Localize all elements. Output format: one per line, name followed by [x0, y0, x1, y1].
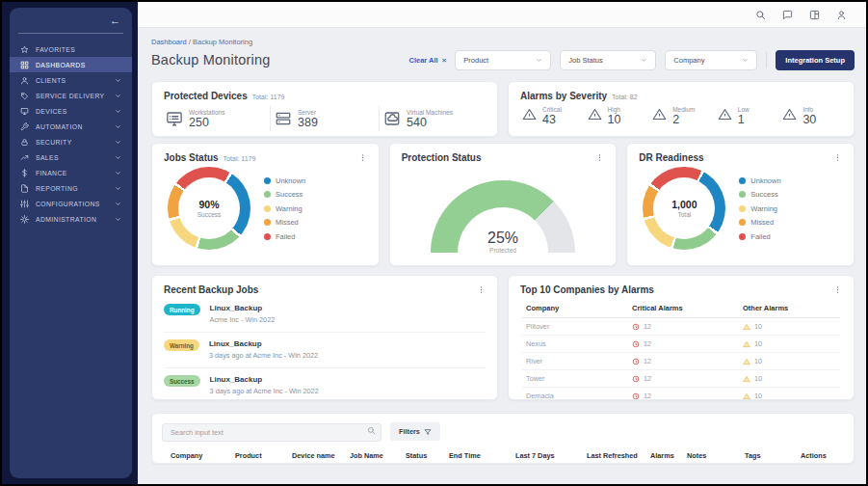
legend-item: Warning [739, 204, 780, 213]
kebab-menu-icon[interactable] [477, 285, 486, 294]
tag-icon [20, 92, 29, 100]
column-header[interactable]: End Time [449, 451, 515, 460]
sidebar-item-automation[interactable]: AUTOMATION [10, 119, 132, 134]
table-row[interactable]: Piltover 12 10 [522, 318, 840, 336]
sidebar-item-favorites[interactable]: FAVORITES [10, 41, 132, 57]
top-companies-table: Company Critical Alarms Other Alarms Pil… [509, 295, 854, 400]
search-input[interactable] [162, 423, 381, 442]
column-header[interactable]: Last Refreshed [587, 451, 650, 460]
column-header[interactable]: Alarms [650, 451, 687, 460]
alarms-by-severity-card: Alarms by Severity Total: 82 Critical 43… [508, 81, 855, 137]
job-list-item[interactable]: Warning Linux_Backup 3 days ago at Acme … [164, 333, 486, 368]
search-icon[interactable] [755, 10, 766, 20]
filters-button[interactable]: Filters [390, 422, 440, 441]
job-status-filter-select[interactable]: Job Status [560, 50, 656, 70]
chart-legend: Unknown Success Warning Missed Failed [739, 176, 780, 241]
kebab-menu-icon[interactable] [595, 153, 604, 162]
collapse-sidebar-icon[interactable]: ← [110, 14, 120, 26]
sidebar-item-security[interactable]: SECURITY [10, 134, 132, 149]
sliders-icon [20, 200, 29, 208]
legend-dot [264, 219, 271, 226]
kebab-menu-icon[interactable] [833, 153, 842, 162]
alarm-triangle-icon [718, 107, 732, 122]
legend-item: Unknown [264, 176, 305, 185]
job-name: Linux_Backup [209, 339, 318, 348]
column-header[interactable]: Product [235, 451, 292, 460]
critical-count: 12 [644, 322, 651, 331]
job-list-item[interactable]: Success Linux_Backup 3 days ago at Acme … [164, 368, 486, 400]
breadcrumb-link[interactable]: Dashboard [151, 38, 187, 46]
chevron-down-icon [115, 216, 121, 223]
legend-dot [739, 219, 746, 226]
critical-count: 12 [644, 392, 651, 400]
legend-dot [264, 177, 271, 184]
legend-label: Missed [276, 218, 299, 227]
card-total: Total: 1179 [224, 155, 256, 162]
legend-item: Missed [739, 218, 780, 227]
dr-readiness-card: DR Readiness 1,000 Total Unknown Success… [626, 143, 855, 266]
sidebar-item-configurations[interactable]: CONFIGURATIONS [10, 196, 132, 211]
legend-label: Warning [750, 204, 777, 213]
stat-critical: Critical 43 [518, 106, 584, 126]
sidebar-item-dashboards[interactable]: DASHBOARDS [10, 57, 132, 72]
legend-item: Failed [739, 232, 780, 241]
user-avatar-icon[interactable] [836, 10, 847, 20]
sidebar-item-label: AUTOMATION [36, 123, 83, 130]
critical-alarm-icon [632, 323, 640, 331]
warning-triangle-icon [743, 340, 750, 348]
select-value: Product [463, 56, 488, 65]
sidebar-item-label: FINANCE [36, 170, 67, 176]
card-title: Protected Devices [164, 91, 248, 101]
toolbar-divider [766, 52, 767, 68]
sidebar-item-finance[interactable]: FINANCE [10, 165, 132, 180]
warning-triangle-icon [743, 392, 750, 400]
stat-value: 1 [738, 113, 750, 126]
company-name: Demacia [526, 392, 632, 400]
legend-label: Success [276, 190, 302, 199]
legend-label: Success [750, 190, 777, 199]
sidebar-item-devices[interactable]: DEVICES [10, 103, 132, 119]
table-row[interactable]: Tower 12 10 [522, 370, 840, 388]
sidebar-item-service-delivery[interactable]: SERVICE DELIVERY [10, 88, 132, 103]
column-header[interactable]: Device name [292, 451, 350, 460]
trend-icon [20, 153, 29, 162]
integration-setup-button[interactable]: Integration Setup [776, 50, 855, 70]
column-header[interactable]: Job Name [350, 451, 406, 460]
column-header[interactable]: Tags [745, 451, 801, 460]
product-filter-select[interactable]: Product [455, 50, 551, 70]
chevron-down-icon [115, 108, 121, 115]
stat-value: 10 [608, 113, 621, 126]
sidebar-item-reporting[interactable]: REPORTING [10, 180, 132, 196]
job-list-item[interactable]: Running Linux_Backup Acme Inc - Win 2022 [164, 297, 486, 333]
column-header[interactable]: Last 7 Days [515, 451, 587, 460]
warning-triangle-icon [743, 323, 750, 331]
stat-label: Medium [672, 106, 695, 113]
legend-item: Success [739, 190, 780, 199]
sidebar-panel: ← FAVORITES DASHBOARDS CLIENTS SERVICE D… [10, 8, 132, 478]
protection-status-gauge-chart: 25% Protected [431, 180, 575, 254]
critical-alarm-icon [632, 392, 640, 400]
column-header[interactable]: Company [171, 451, 235, 460]
column-header[interactable]: Notes [687, 451, 745, 460]
chart-legend: Unknown Success Warning Missed Failed [264, 176, 305, 241]
clear-all-button[interactable]: Clear All × [409, 56, 447, 65]
sidebar-item-administration[interactable]: ADMINISTRATION [10, 211, 132, 227]
chat-icon[interactable] [782, 10, 793, 20]
kebab-menu-icon[interactable] [833, 285, 842, 294]
legend-label: Unknown [276, 176, 305, 185]
table-row[interactable]: Nexus 12 10 [522, 336, 840, 353]
kebab-menu-icon[interactable] [358, 153, 367, 162]
sidebar-item-label: CONFIGURATIONS [36, 201, 100, 207]
sidebar-item-sales[interactable]: SALES [10, 149, 132, 165]
panels-icon[interactable] [809, 10, 820, 20]
table-row[interactable]: River 12 10 [522, 353, 840, 370]
user-icon [20, 76, 29, 85]
column-header[interactable]: Status [406, 451, 449, 460]
sidebar-item-clients[interactable]: CLIENTS [10, 72, 132, 88]
column-header[interactable]: Actions [801, 451, 844, 460]
table-row[interactable]: Demacia 12 10 [522, 388, 840, 400]
chevron-down-icon [115, 185, 121, 192]
stat-label: Workstations [189, 109, 224, 116]
company-filter-select[interactable]: Company [665, 50, 757, 70]
warning-triangle-icon [743, 358, 750, 365]
